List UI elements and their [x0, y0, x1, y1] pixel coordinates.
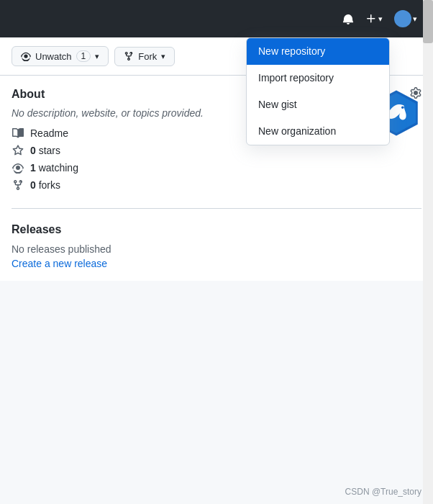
- dropdown-item-new-gist[interactable]: New gist: [247, 91, 389, 118]
- attribution: CSDN @True_story: [345, 487, 421, 497]
- stars-label: 0 stars: [30, 145, 60, 156]
- bell-icon: [342, 13, 354, 24]
- scrollbar-track[interactable]: [423, 0, 433, 504]
- book-icon: [12, 127, 24, 139]
- star-icon: [12, 145, 24, 156]
- dropdown-item-new-repository[interactable]: New repository: [247, 38, 389, 65]
- avatar: [394, 10, 411, 27]
- divider: [12, 208, 421, 209]
- eye-icon: [21, 51, 31, 61]
- navbar-icons: ▾ ▾: [338, 6, 421, 32]
- stat-stars: 0 stars: [12, 145, 421, 156]
- avatar-caret: ▾: [413, 14, 417, 24]
- unwatch-button[interactable]: Unwatch 1 ▾: [12, 46, 109, 66]
- releases-title: Releases: [12, 223, 421, 236]
- releases-section: Releases No releases published Create a …: [12, 223, 421, 269]
- no-releases-text: No releases published: [12, 243, 421, 255]
- plus-caret: ▾: [378, 14, 383, 24]
- create-release-link[interactable]: Create a new release: [12, 258, 107, 269]
- unwatch-label: Unwatch: [35, 51, 72, 62]
- plus-button[interactable]: ▾: [361, 9, 387, 29]
- dropdown-item-new-organization[interactable]: New organization: [247, 118, 389, 145]
- fork-button[interactable]: Fork ▾: [114, 47, 175, 66]
- readme-label: Readme: [30, 127, 68, 139]
- stat-forks: 0 forks: [12, 179, 421, 191]
- fork-icon: [124, 51, 134, 61]
- bell-button[interactable]: [338, 9, 358, 29]
- scrollbar-thumb[interactable]: [423, 0, 433, 43]
- plus-icon: [365, 13, 377, 24]
- forks-icon: [12, 179, 24, 191]
- about-title: About: [12, 88, 45, 101]
- dropdown-item-import-repository[interactable]: Import repository: [247, 65, 389, 91]
- stat-watching: 1 watching: [12, 162, 421, 174]
- unwatch-count: 1: [76, 50, 91, 62]
- dropdown-menu: New repository Import repository New gis…: [246, 37, 390, 145]
- fork-label: Fork: [138, 51, 157, 62]
- avatar-button[interactable]: ▾: [390, 6, 421, 32]
- forks-label: 0 forks: [30, 179, 60, 191]
- watching-icon: [12, 162, 24, 174]
- attribution-text: CSDN @True_story: [345, 487, 421, 497]
- navbar: ▾ ▾ New repository Import repository New…: [0, 0, 433, 37]
- unwatch-caret: ▾: [95, 52, 99, 61]
- watching-label: 1 watching: [30, 162, 78, 174]
- svg-point-2: [401, 106, 404, 109]
- fork-caret: ▾: [161, 52, 165, 61]
